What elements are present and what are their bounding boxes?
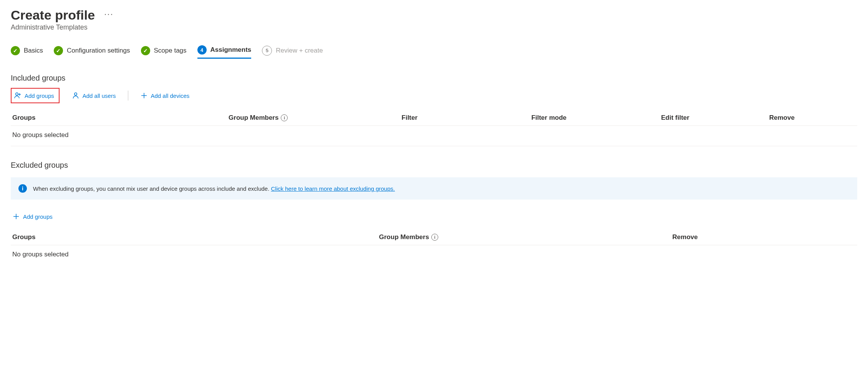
step-number-icon: 4: [197, 45, 207, 55]
add-group-icon: [14, 92, 22, 99]
step-label: Review + create: [276, 47, 323, 55]
excluded-table-header: Groups Group Members i Remove: [11, 230, 857, 245]
col-groups: Groups: [12, 233, 379, 241]
col-remove: Remove: [673, 233, 856, 241]
included-actions: Add groups Add all users Add all devices: [11, 88, 857, 103]
col-filter: Filter: [402, 114, 532, 122]
col-edit-filter: Edit filter: [661, 114, 769, 122]
info-icon[interactable]: i: [281, 114, 288, 121]
page-title: Create profile: [11, 8, 95, 23]
excluded-info-banner: i When excluding groups, you cannot mix …: [11, 177, 857, 200]
step-scope-tags[interactable]: Scope tags: [141, 46, 187, 58]
add-groups-button[interactable]: Add groups: [12, 89, 56, 102]
col-remove: Remove: [769, 114, 856, 122]
col-label: Group Members: [379, 233, 429, 241]
button-label: Add groups: [23, 213, 53, 220]
included-empty-state: No groups selected: [11, 126, 857, 146]
svg-point-0: [16, 93, 18, 95]
info-icon: i: [18, 184, 27, 193]
page-subtitle: Administrative Templates: [11, 23, 857, 31]
add-all-devices-button[interactable]: Add all devices: [139, 90, 191, 101]
add-groups-button[interactable]: Add groups: [11, 210, 54, 223]
add-all-users-button[interactable]: Add all users: [70, 89, 118, 102]
excluded-groups-heading: Excluded groups: [11, 161, 857, 170]
step-label: Basics: [24, 47, 43, 55]
user-icon: [72, 92, 80, 99]
button-label: Add all devices: [151, 92, 189, 99]
step-label: Assignments: [210, 46, 252, 54]
svg-point-1: [75, 93, 77, 95]
excluded-empty-state: No groups selected: [11, 245, 857, 265]
col-label: Group Members: [229, 114, 278, 122]
banner-text: When excluding groups, you cannot mix us…: [33, 185, 395, 192]
check-icon: [54, 46, 63, 55]
banner-message: When excluding groups, you cannot mix us…: [33, 185, 271, 192]
col-groups: Groups: [12, 114, 229, 122]
included-groups-heading: Included groups: [11, 74, 857, 83]
step-assignments[interactable]: 4 Assignments: [197, 45, 252, 59]
included-table-header: Groups Group Members i Filter Filter mod…: [11, 110, 857, 126]
plus-icon: [141, 92, 147, 99]
button-label: Add all users: [83, 92, 116, 99]
plus-icon: [12, 213, 20, 220]
step-review-create[interactable]: 5 Review + create: [262, 46, 323, 59]
step-number-icon: 5: [262, 46, 272, 56]
banner-learn-more-link[interactable]: Click here to learn more about excluding…: [271, 185, 395, 192]
vertical-divider: [128, 91, 128, 101]
button-label: Add groups: [25, 92, 54, 99]
highlight-annotation: Add groups: [11, 88, 60, 103]
step-label: Configuration settings: [67, 47, 130, 55]
step-configuration-settings[interactable]: Configuration settings: [54, 46, 130, 58]
check-icon: [11, 46, 20, 55]
step-basics[interactable]: Basics: [11, 46, 43, 58]
step-label: Scope tags: [154, 47, 187, 55]
info-icon[interactable]: i: [431, 234, 438, 241]
col-filter-mode: Filter mode: [531, 114, 661, 122]
col-group-members: Group Members i: [229, 114, 401, 122]
check-icon: [141, 46, 150, 55]
col-group-members: Group Members i: [379, 233, 673, 241]
more-actions-button[interactable]: ···: [104, 9, 113, 21]
excluded-actions: Add groups: [11, 210, 857, 223]
wizard-steps: Basics Configuration settings Scope tags…: [11, 45, 857, 59]
